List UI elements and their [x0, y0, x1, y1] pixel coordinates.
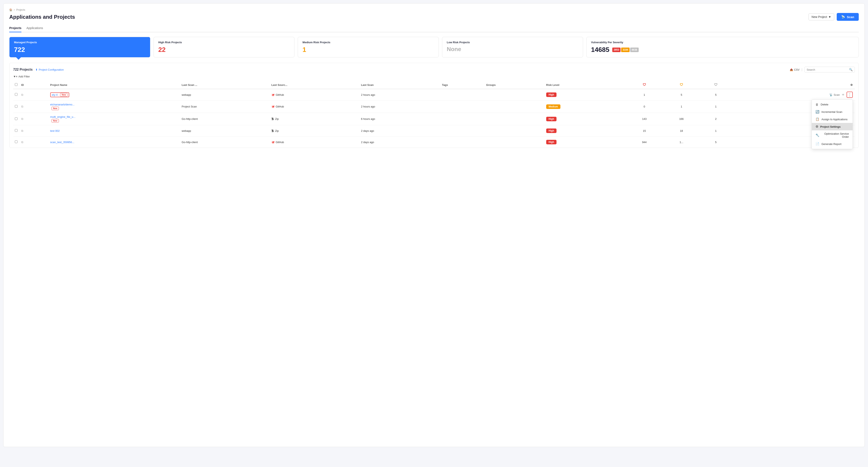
project-name-text[interactable]: multi_engine_file_u...	[50, 115, 178, 118]
row-checkbox[interactable]	[15, 93, 18, 96]
col-high-icon: 🛡	[626, 81, 663, 89]
search-input[interactable]	[807, 68, 848, 71]
row-last-scan-type: webapp	[180, 89, 270, 100]
select-all-checkbox[interactable]	[15, 83, 18, 86]
row-checkbox[interactable]	[15, 117, 18, 120]
row-low-vulns: 1	[700, 125, 732, 136]
table-row: ⧉ elchananarb/demo... New Project Scan 🐙…	[13, 100, 855, 113]
vulnerability-total: 14685	[591, 46, 610, 54]
row-medium-vulns: 166	[663, 113, 700, 125]
project-name-text[interactable]: ely-4	[52, 93, 58, 96]
row-groups	[485, 113, 544, 125]
row-medium-vulns: 5	[663, 89, 700, 100]
menu-icon-assign-apps: 📋	[815, 117, 819, 121]
add-filter-label: Add Filter	[18, 75, 30, 78]
page-wrapper: 🏠 > Projects Applications and Projects N…	[3, 3, 865, 447]
new-project-button[interactable]: New Project ▼	[808, 13, 834, 21]
context-menu-item-delete[interactable]: 🗑 Delete	[812, 101, 852, 108]
medium-risk-label: Medium Risk Projects	[303, 41, 434, 44]
copy-icon[interactable]: ⧉	[21, 141, 23, 144]
copy-icon[interactable]: ⧉	[21, 93, 23, 96]
row-last-scan: 2 hours ago	[359, 100, 440, 113]
col-medium-icon: 🛡	[663, 81, 700, 89]
add-filter-button[interactable]: ▼≡ Add Filter	[13, 75, 30, 78]
context-menu-item-incremental-scan[interactable]: 🔄 Incremental Scan	[812, 108, 852, 116]
menu-label-generate-report: Generate Report	[822, 143, 841, 146]
row-medium-vulns: 18	[663, 125, 700, 136]
row-tags	[440, 100, 485, 113]
row-scan-link[interactable]: 📡 Scan	[829, 93, 840, 96]
table-row: ⧉ multi_engine_file_u... New Go-http-cli…	[13, 113, 855, 125]
row-low-vulns: 2	[700, 113, 732, 125]
dropdown-chevron-icon: ▼	[828, 15, 831, 19]
project-name-text[interactable]: scan_test_359956...	[50, 141, 178, 144]
source-label: Zip	[275, 129, 279, 132]
breadcrumb: 🏠 > Projects	[9, 8, 859, 11]
copy-icon[interactable]: ⧉	[21, 117, 23, 121]
managed-projects-label: Managed Projects	[14, 41, 146, 44]
source-icon: 🗜	[271, 117, 274, 121]
low-risk-label: Low Risk Projects	[447, 41, 578, 44]
project-configuration-link[interactable]: ⬆ Project Configuration	[35, 68, 64, 71]
row-tags	[440, 89, 485, 100]
row-checkbox[interactable]	[15, 105, 18, 108]
copy-icon[interactable]: ⧉	[21, 129, 23, 132]
project-name-text[interactable]: elchananarb/demo...	[50, 103, 178, 106]
breadcrumb-current: Projects	[16, 8, 25, 11]
risk-badge: High	[546, 92, 557, 97]
row-project-name: multi_engine_file_u... New	[49, 113, 180, 125]
copy-icon[interactable]: ⧉	[21, 105, 23, 108]
new-badge: New	[60, 93, 68, 97]
context-menu-item-generate-report[interactable]: 📄 Generate Report	[812, 140, 852, 148]
row-last-scan-type: Project Scan	[180, 100, 270, 113]
source-icon: 🐙	[271, 141, 275, 144]
row-last-scan: 2 hours ago	[359, 89, 440, 100]
project-name-cell: multi_engine_file_u... New	[50, 115, 178, 123]
source-icon: 🐙	[271, 105, 275, 108]
table-toolbar: 722 Projects ⬆ Project Configuration 📤 C…	[13, 67, 855, 72]
menu-icon-delete: 🗑	[815, 103, 818, 106]
vulnerability-card: Vulnerability Per Severity 14685 2853 31…	[586, 37, 859, 57]
tab-applications[interactable]: Applications	[26, 25, 43, 32]
row-last-scan: 2 days ago	[359, 125, 440, 136]
scan-link-icon: 📡	[829, 93, 833, 96]
more-button[interactable]: ⋮	[846, 92, 853, 98]
col-groups: Groups	[485, 81, 544, 89]
managed-projects-card: Managed Projects 722	[9, 37, 150, 57]
home-icon[interactable]: 🏠	[9, 8, 12, 11]
row-risk-level: High	[545, 89, 626, 100]
new-badge: New	[52, 107, 59, 110]
row-risk-level: High	[545, 113, 626, 125]
row-tags	[440, 113, 485, 125]
eye-icon[interactable]: 👁	[842, 93, 844, 96]
row-checkbox[interactable]	[15, 129, 18, 132]
source-icon: 🐙	[271, 93, 275, 96]
context-menu-item-optimization[interactable]: 🔧 Optimization Service Order	[812, 130, 852, 140]
menu-label-incremental-scan: Incremental Scan	[822, 111, 842, 114]
context-menu-item-assign-apps[interactable]: 📋 Assign to Applications	[812, 116, 852, 123]
more-button-wrapper: ⋮ 🗑 Delete 🔄 Incremental Scan 📋 Assign t…	[846, 92, 853, 98]
source-label: GitHub	[276, 141, 284, 144]
project-name-text[interactable]: test 002	[50, 129, 178, 132]
columns-settings-icon[interactable]: ⚙	[850, 84, 853, 87]
col-id: ID	[20, 81, 49, 89]
row-last-scan-type: webapp	[180, 125, 270, 136]
table-section: 722 Projects ⬆ Project Configuration 📤 C…	[9, 63, 859, 148]
csv-button[interactable]: 📤 CSV	[790, 68, 800, 71]
row-last-source: 🐙 GitHub	[270, 89, 359, 100]
col-last-source: Last Sourc...	[270, 81, 359, 89]
row-last-scan: 6 hours ago	[359, 113, 440, 125]
medium-risk-card: Medium Risk Projects 1	[298, 37, 439, 57]
menu-icon-project-settings: ⚙	[815, 125, 818, 128]
scan-link-label: Scan	[834, 93, 840, 96]
page-title: Applications and Projects	[9, 14, 75, 20]
context-menu-item-project-settings[interactable]: ⚙ Project Settings	[812, 123, 852, 130]
scan-button[interactable]: 📡 Scan	[837, 13, 859, 21]
tab-projects[interactable]: Projects	[9, 25, 22, 32]
row-checkbox[interactable]	[15, 141, 18, 143]
row-last-source: 🐙 GitHub	[270, 100, 359, 113]
row-low-vulns: 1	[700, 100, 732, 113]
search-icon: 🔍	[849, 68, 852, 71]
row-risk-level: High	[545, 125, 626, 136]
new-project-label: New Project	[812, 15, 827, 19]
